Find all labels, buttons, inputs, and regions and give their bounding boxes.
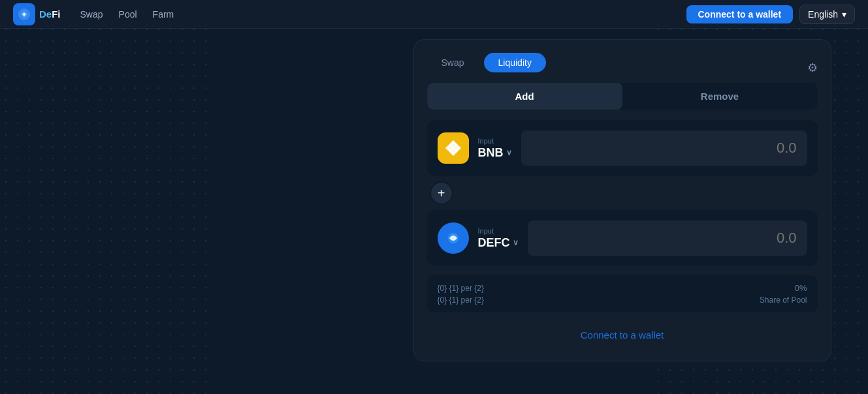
token1-input[interactable] [521,130,807,166]
logo: DeFi [13,3,61,25]
nav-right: Connect to a wallet English ▾ [686,5,856,24]
tab-liquidity[interactable]: Liquidity [484,53,546,72]
tabs-row: Swap Liquidity ⚙ [427,53,818,83]
lang-label: English [808,9,838,20]
token2-selector: Input DEFC ∨ [478,227,519,250]
remove-button[interactable]: Remove [622,83,818,110]
pool-percent: 0% [795,283,807,293]
nav-farm[interactable]: Farm [153,9,174,20]
panel: Swap Liquidity ⚙ Add Remove [413,39,831,361]
tabs: Swap Liquidity [427,53,546,72]
token1-chevron-icon: ∨ [506,148,512,157]
navbar: DeFi Swap Pool Farm Connect to a wallet … [0,0,868,29]
token2-label: Input [478,227,519,235]
token2-input[interactable] [528,220,807,256]
price-right: 0% Share of Pool [760,283,807,305]
token1-selector: Input BNB ∨ [478,137,512,160]
token2-box: Input DEFC ∨ [427,210,818,266]
plus-connector: + [427,176,818,210]
bnb-icon [438,132,469,164]
price-info: {0} {1} per {2} {0} {1} per {2} 0% Share… [427,275,818,312]
token1-box: Input BNB ∨ [427,120,818,176]
lang-chevron-icon: ▾ [842,9,846,20]
price-line1: {0} {1} per {2} [438,284,484,293]
settings-icon[interactable]: ⚙ [807,61,818,75]
action-toggle: Add Remove [427,83,818,110]
nav-swap[interactable]: Swap [80,9,103,20]
logo-icon [13,3,35,25]
price-left: {0} {1} per {2} {0} {1} per {2} [438,284,484,305]
logo-text: DeFi [39,8,61,20]
nav-pool[interactable]: Pool [119,9,137,20]
token1-name-btn[interactable]: BNB ∨ [478,146,512,160]
tab-swap[interactable]: Swap [427,53,479,72]
token2-chevron-icon: ∨ [513,238,519,247]
nav-links: Swap Pool Farm [80,9,686,20]
connect-wallet-button[interactable]: Connect to a wallet [686,5,794,23]
token2-name: DEFC [478,236,510,250]
bnb-logo-svg [443,138,464,159]
connect-wallet-link[interactable]: Connect to a wallet [581,329,664,341]
bg-dots-left [0,0,216,394]
pool-share-label: Share of Pool [760,296,807,305]
plus-button[interactable]: + [430,181,453,205]
token2-name-btn[interactable]: DEFC ∨ [478,236,519,250]
token1-name: BNB [478,146,504,160]
logo-svg [17,7,31,22]
add-button[interactable]: Add [427,83,622,110]
connect-section: Connect to a wallet [427,323,818,348]
price-line2: {0} {1} per {2} [438,296,484,305]
defc-icon [438,222,469,254]
defc-logo-svg [443,228,464,249]
token1-label: Input [478,137,512,145]
main-content: Swap Liquidity ⚙ Add Remove [413,39,831,361]
language-selector[interactable]: English ▾ [799,5,855,24]
